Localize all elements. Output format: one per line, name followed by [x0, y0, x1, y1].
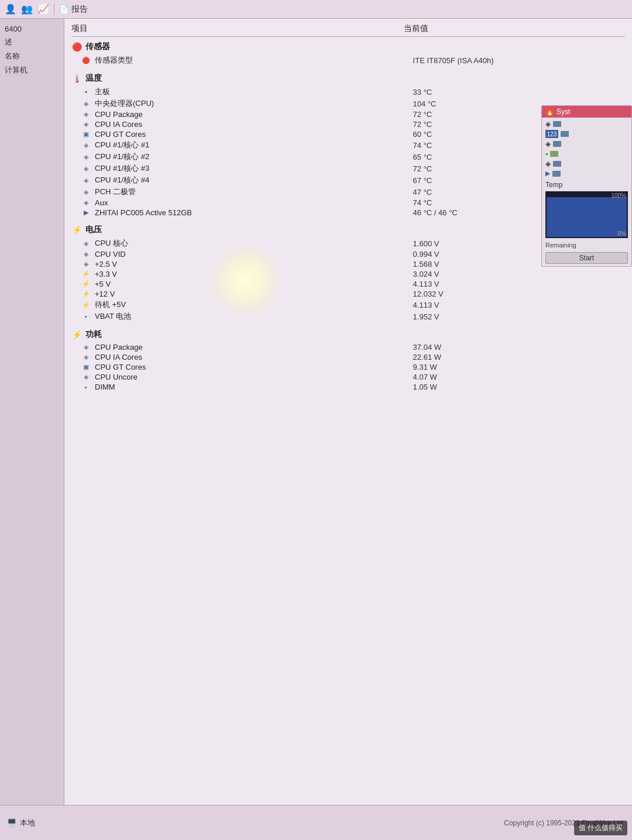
voltage-icon: ⚡: [71, 225, 82, 235]
motherboard-icon: ▪: [81, 88, 91, 96]
chart-icon[interactable]: 📈: [37, 4, 49, 15]
thermometer-icon: 🌡️: [71, 73, 82, 84]
graph-bar: [547, 197, 627, 237]
cpu-package-power-icon: ◈: [81, 343, 91, 352]
flame-icon: 🔥: [545, 108, 554, 116]
sensor-icon: 🔴: [71, 42, 82, 52]
report-icon: 📄: [59, 5, 69, 14]
sidebar: 6400 述 名称 计算机: [0, 19, 64, 805]
sidebar-item-name[interactable]: 名称: [2, 50, 61, 63]
rp-blue-bar5: [553, 161, 561, 167]
rp-chip-icon4: ▪: [545, 150, 548, 158]
aux-icon: ◈: [81, 199, 91, 207]
rp-row3: ◈: [545, 140, 628, 148]
rp-chip-icon6: ▶: [545, 170, 550, 177]
rp-row4: ▪: [545, 150, 628, 158]
toolbar-title: 报告: [71, 4, 88, 15]
local-label: 本地: [20, 818, 35, 828]
sidebar-item-desc[interactable]: 述: [2, 36, 61, 49]
power-section: ⚡ 功耗 ◈ CPU Package 37.04 W ◈ CPU IA Core…: [71, 329, 625, 392]
rp-row5: ◈: [545, 160, 628, 168]
col-name-header: 项目: [71, 23, 404, 34]
temperature-section-title: 🌡️ 温度: [71, 73, 625, 84]
rp-blue-bar2: [561, 131, 569, 137]
vbat-icon: ▪: [81, 312, 91, 321]
25v-icon: ◈: [81, 260, 91, 268]
rp-blue-bar1: [553, 121, 561, 127]
local-icon: 🖥️: [7, 818, 16, 827]
core1-icon: ◈: [81, 141, 91, 149]
right-panel: 🔥 Syst ◈ 123 ◈ ▪ ◈ ▶ Temp 100%: [541, 105, 632, 267]
5v-icon: ⚡: [81, 280, 91, 288]
cpu-package-icon: ◈: [81, 111, 91, 119]
dimm-icon: ▪: [81, 383, 91, 391]
power-dimm-row: ▪ DIMM 1.05 W: [71, 382, 625, 392]
volt-vbat-row: ▪ VBAT 电池 1.952 V: [71, 311, 625, 322]
cpu-temp-icon: ◈: [81, 99, 91, 108]
12v-icon: ⚡: [81, 290, 91, 298]
sidebar-item-computer[interactable]: 计算机: [2, 64, 61, 77]
watermark: 值 什么值得买: [574, 821, 627, 835]
status-bar: 🖥️ 本地 Copyright (c) 1995-2023 FinalWire …: [0, 805, 632, 840]
rp-row2: 123: [545, 130, 628, 138]
power-cpu-uncore-row: ◈ CPU Uncore 4.07 W: [71, 372, 625, 382]
graph-100-label: 100%: [611, 192, 626, 199]
volt-5v-row: ⚡ +5 V 4.113 V: [71, 279, 625, 289]
cpu-gt-cores-power-icon: ▣: [81, 363, 91, 371]
sensor-section: 🔴 传感器 🔴 传感器类型 ITE IT8705F (ISA A40h): [71, 42, 625, 66]
rp-blue-bar6: [552, 171, 561, 177]
pch-icon: ◈: [81, 188, 91, 196]
core2-icon: ◈: [81, 153, 91, 161]
person-icon[interactable]: 👤: [5, 4, 16, 15]
toolbar-icons[interactable]: 👤 👥 📈: [5, 4, 49, 15]
right-panel-icons: ◈ 123 ◈ ▪ ◈ ▶: [542, 118, 631, 180]
start-button[interactable]: Start: [545, 252, 628, 264]
rp-num-box: 123: [545, 130, 558, 138]
volt-33v-row: ⚡ +3.3 V 3.024 V: [71, 269, 625, 279]
sensor-type-row: 🔴 传感器类型 ITE IT8705F (ISA A40h): [71, 54, 625, 66]
rp-row1: ◈: [545, 120, 628, 128]
disk-icon: ▶: [81, 209, 91, 217]
core3-icon: ◈: [81, 164, 91, 173]
remaining-label: Remaining: [542, 240, 631, 250]
sidebar-item-6400[interactable]: 6400: [2, 23, 61, 35]
power-cpu-gt-cores-row: ▣ CPU GT Cores 9.31 W: [71, 362, 625, 372]
sensor-section-title: 🔴 传感器: [71, 42, 625, 52]
table-header: 项目 当前值: [71, 23, 625, 37]
temp-motherboard-row: ▪ 主板 33 °C: [71, 86, 625, 98]
watermark-text: 值 什么值得买: [579, 824, 623, 832]
temp-label: Temp: [542, 180, 631, 189]
status-local: 🖥️ 本地: [7, 818, 35, 828]
volt-12v-row: ⚡ +12 V 12.032 V: [71, 289, 625, 299]
sensor-type-icon: 🔴: [81, 56, 91, 64]
cpu-ia-cores-icon: ◈: [81, 121, 91, 129]
group-icon[interactable]: 👥: [21, 4, 33, 15]
cpu-ia-cores-power-icon: ◈: [81, 353, 91, 362]
power-icon: ⚡: [71, 329, 82, 340]
rp-chip-icon1: ◈: [545, 120, 551, 128]
rp-row6: ▶: [545, 170, 628, 177]
col-value-header: 当前值: [404, 23, 625, 34]
toolbar: 👤 👥 📈 📄 报告: [0, 0, 632, 19]
power-cpu-ia-cores-row: ◈ CPU IA Cores 22.61 W: [71, 352, 625, 362]
rp-green-bar: [550, 151, 558, 157]
power-section-title: ⚡ 功耗: [71, 329, 625, 340]
cpu-uncore-icon: ◈: [81, 373, 91, 381]
standby-5v-icon: ⚡: [81, 301, 91, 309]
cpu-core-volt-icon: ◈: [81, 239, 91, 247]
rp-blue-bar3: [553, 141, 561, 147]
power-cpu-package-row: ◈ CPU Package 37.04 W: [71, 342, 625, 352]
volt-standby-5v-row: ⚡ 待机 +5V 4.113 V: [71, 299, 625, 311]
cpu-vid-volt-icon: ◈: [81, 250, 91, 259]
33v-icon: ⚡: [81, 270, 91, 278]
right-panel-title: 🔥 Syst: [542, 106, 631, 118]
graph-0-label: 0%: [618, 230, 626, 237]
cpu-gt-icon: ▣: [81, 130, 91, 139]
rp-chip-icon5: ◈: [545, 160, 551, 168]
core4-icon: ◈: [81, 176, 91, 184]
stability-graph: 100% 0%: [545, 191, 628, 238]
rp-chip-icon3: ◈: [545, 140, 551, 148]
